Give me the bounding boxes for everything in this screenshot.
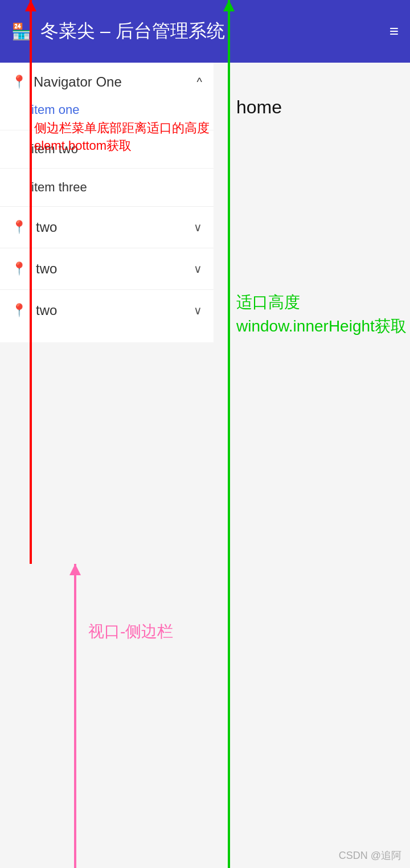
menu-item-2-label: two: [36, 302, 194, 318]
nav-one-icon: 📍: [11, 75, 27, 89]
menu-item-1-chevron: ∨: [194, 262, 202, 276]
green-annotation-line2: window.innerHeight获取: [236, 314, 407, 338]
menu-item-0[interactable]: 📍 two ∨: [0, 206, 214, 248]
green-annotation-line1: 适口高度: [236, 290, 407, 314]
menu-item-1-icon: 📍: [11, 261, 27, 276]
red-annotation-line1: 侧边栏菜单底部距离适口的高度: [34, 120, 210, 137]
nav-one-arrow: ^: [197, 76, 202, 89]
pink-line-vertical: [74, 564, 76, 868]
red-annotation: 侧边栏菜单底部距离适口的高度 elemt.bottom获取: [34, 120, 210, 155]
menu-item-2-chevron: ∨: [194, 304, 202, 317]
green-arrow-top: [223, 0, 235, 11]
menu-item-0-icon: 📍: [11, 220, 27, 235]
nav-header-one[interactable]: 📍 Navigator One ^: [0, 63, 214, 96]
header-title: 冬菜尖 – 后台管理系统: [40, 19, 390, 44]
menu-item-2[interactable]: 📍 two ∨: [0, 289, 214, 331]
green-line-vertical: [228, 0, 230, 868]
green-annotation: 适口高度 window.innerHeight获取: [236, 290, 407, 338]
pink-annotation: 视口-侧边栏: [88, 621, 173, 642]
main-area: 📍 Navigator One ^ item one item two item…: [0, 63, 410, 868]
header-menu-icon[interactable]: ≡: [390, 22, 399, 40]
red-arrow-top: [25, 0, 36, 11]
header: 🏪 冬菜尖 – 后台管理系统 ≡: [0, 0, 410, 63]
menu-item-1-label: two: [36, 261, 194, 277]
home-text: home: [236, 97, 282, 118]
red-annotation-line2: elemt.bottom获取: [34, 137, 210, 155]
sidebar: 📍 Navigator One ^ item one item two item…: [0, 63, 214, 342]
nav-one-label: Navigator One: [34, 74, 197, 90]
menu-item-0-chevron: ∨: [194, 220, 202, 234]
watermark: CSDN @追阿: [339, 849, 401, 862]
menu-item-0-label: two: [36, 219, 194, 235]
red-line-vertical: [30, 0, 32, 564]
pink-arrow-top: [69, 564, 81, 575]
menu-item-1[interactable]: 📍 two ∨: [0, 248, 214, 289]
header-store-icon: 🏪: [11, 22, 31, 41]
nav-standalone-item-three[interactable]: item three: [0, 168, 214, 206]
menu-item-2-icon: 📍: [11, 303, 27, 318]
